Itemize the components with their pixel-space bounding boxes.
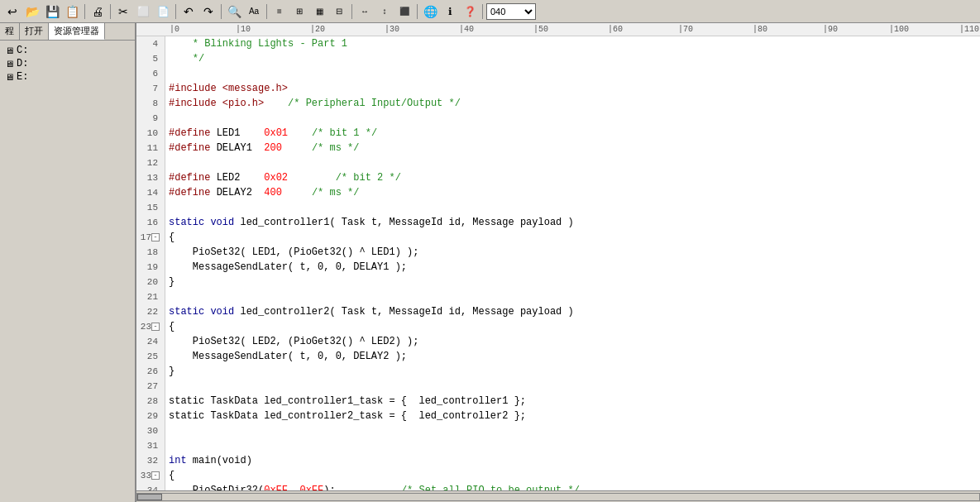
- toolbar-btn-saveall[interactable]: 📋: [63, 2, 81, 21]
- code-line-27: [169, 379, 980, 394]
- toolbar-btn-save[interactable]: 💾: [43, 2, 61, 21]
- left-panel: 程 打开 资源管理器 🖥 C: 🖥 D: 🖥 E:: [0, 23, 136, 502]
- drive-d-label: D:: [17, 58, 28, 69]
- code-line-26: }: [169, 364, 980, 379]
- code-line-31: [169, 438, 980, 453]
- toolbar-btn-b4[interactable]: ⊟: [330, 2, 348, 21]
- ruler-mark-60: |60: [608, 25, 623, 34]
- code-line-15: [169, 200, 980, 215]
- toolbar-sep5: [266, 4, 267, 19]
- toolbar-btn-cut[interactable]: ✂: [114, 2, 132, 21]
- line-num-21: 21: [136, 289, 161, 304]
- line-num-33: 33-: [136, 468, 161, 483]
- drive-d-icon: 🖥: [5, 59, 14, 69]
- ruler: |0 |10 |20 |30 |40 |50 |60 |70 |80 |90 |…: [136, 23, 980, 36]
- code-line-7: #include <message.h>: [169, 81, 980, 96]
- line-num-25: 25: [136, 349, 161, 364]
- code-line-30: [169, 423, 980, 438]
- code-line-16: static void led_controller1( Task t, Mes…: [169, 215, 980, 230]
- toolbar-btn-redo[interactable]: ↷: [199, 2, 218, 21]
- line-num-22: 22: [136, 304, 161, 319]
- tree-item-d[interactable]: 🖥 D:: [3, 57, 131, 70]
- tree-item-e[interactable]: 🖥 E:: [3, 70, 131, 84]
- toolbar-btn-globe[interactable]: 🌐: [421, 2, 439, 21]
- line-num-10: 10: [136, 126, 161, 141]
- toolbar-sep6: [351, 4, 352, 19]
- toolbar-btn-copy[interactable]: ⬜: [134, 2, 152, 21]
- line-num-9: 9: [136, 111, 161, 126]
- code-line-11: #define DELAY1 200 /* ms */: [169, 141, 980, 155]
- line-num-29: 29: [136, 409, 161, 423]
- line-num-8: 8: [136, 96, 161, 111]
- line-num-16: 16: [136, 215, 161, 230]
- code-line-14: #define DELAY2 400 /* ms */: [169, 185, 980, 200]
- toolbar-btn-b2[interactable]: ⊞: [290, 2, 308, 21]
- toolbar-btn-print[interactable]: 🖨: [88, 2, 107, 21]
- line-num-30: 30: [136, 423, 161, 438]
- toolbar-btn-help[interactable]: ❓: [461, 2, 479, 21]
- collapse-btn-33[interactable]: -: [151, 471, 160, 480]
- line-num-4: 4: [136, 36, 161, 51]
- code-line-32: int main(void): [169, 453, 980, 468]
- toolbar: ↩ 📂 💾 📋 🖨 ✂ ⬜ 📄 ↶ ↷ 🔍 Aa ≡ ⊞ ▦ ⊟ ↔ ↕ ⬛ 🌐…: [0, 0, 980, 23]
- toolbar-btn-open[interactable]: 📂: [23, 2, 41, 21]
- toolbar-btn-b3[interactable]: ▦: [310, 2, 328, 21]
- file-tree: 🖥 C: 🖥 D: 🖥 E:: [0, 41, 135, 87]
- ruler-mark-70: |70: [678, 25, 693, 34]
- code-line-21: [169, 289, 980, 304]
- line-num-32: 32: [136, 453, 161, 468]
- horizontal-scrollbar[interactable]: [136, 490, 980, 502]
- code-line-33: {: [169, 468, 980, 483]
- collapse-btn-23[interactable]: -: [151, 323, 160, 331]
- toolbar-btn-b5[interactable]: ↔: [356, 2, 374, 21]
- hscroll-thumb[interactable]: [137, 494, 162, 500]
- code-line-17: {: [169, 230, 980, 245]
- line-num-5: 5: [136, 51, 161, 66]
- toolbar-btn-b6[interactable]: ↕: [375, 2, 394, 21]
- tab-program[interactable]: 程: [0, 23, 20, 40]
- editor-area: |0 |10 |20 |30 |40 |50 |60 |70 |80 |90 |…: [136, 23, 980, 502]
- ruler-mark-0: |0: [170, 25, 179, 34]
- line-numbers: 4567891011121314151617-181920212223-2425…: [136, 36, 165, 490]
- line-num-7: 7: [136, 81, 161, 96]
- toolbar-btn-undo[interactable]: ↶: [179, 2, 198, 21]
- line-num-20: 20: [136, 275, 161, 289]
- code-line-6: [169, 66, 980, 81]
- code-line-12: [169, 155, 980, 170]
- drive-c-label: C:: [17, 45, 28, 56]
- hscroll-track[interactable]: [136, 493, 980, 501]
- line-num-26: 26: [136, 364, 161, 379]
- toolbar-btn-paste[interactable]: 📄: [154, 2, 172, 21]
- code-content[interactable]: * Blinking Lights - Part 1 */ #include <…: [165, 36, 980, 490]
- toolbar-btn-find[interactable]: 🔍: [225, 2, 243, 21]
- toolbar-sep2: [110, 4, 111, 19]
- collapse-btn-17[interactable]: -: [151, 233, 160, 241]
- code-line-20: }: [169, 275, 980, 289]
- code-line-8: #include <pio.h> /* Peripheral Input/Out…: [169, 96, 980, 111]
- code-line-5: */: [169, 51, 980, 66]
- toolbar-zoom-combo[interactable]: 040 100: [486, 3, 536, 20]
- code-line-23: {: [169, 319, 980, 334]
- line-num-6: 6: [136, 66, 161, 81]
- line-num-23: 23-: [136, 319, 161, 334]
- toolbar-sep4: [221, 4, 222, 19]
- toolbar-btn-info[interactable]: ℹ: [441, 2, 459, 21]
- ruler-mark-10: |10: [236, 25, 251, 34]
- drive-c-icon: 🖥: [5, 45, 14, 56]
- drive-e-icon: 🖥: [5, 72, 14, 83]
- code-line-28: static TaskData led_controller1_task = {…: [169, 394, 980, 409]
- code-line-4: * Blinking Lights - Part 1: [169, 36, 980, 51]
- line-num-12: 12: [136, 155, 161, 170]
- line-num-31: 31: [136, 438, 161, 453]
- toolbar-btn-new[interactable]: ↩: [3, 2, 22, 21]
- tab-resource-manager[interactable]: 资源管理器: [49, 23, 105, 40]
- toolbar-sep8: [482, 4, 483, 19]
- code-line-19: MessageSendLater( t, 0, 0, DELAY1 );: [169, 260, 980, 275]
- code-line-10: #define LED1 0x01 /* bit 1 */: [169, 126, 980, 141]
- tab-open[interactable]: 打开: [20, 23, 49, 40]
- toolbar-btn-b1[interactable]: ≡: [270, 2, 289, 21]
- toolbar-btn-replace[interactable]: Aa: [245, 2, 263, 21]
- tree-item-c[interactable]: 🖥 C:: [3, 44, 131, 57]
- line-num-13: 13: [136, 170, 161, 185]
- toolbar-btn-b7[interactable]: ⬛: [395, 2, 414, 21]
